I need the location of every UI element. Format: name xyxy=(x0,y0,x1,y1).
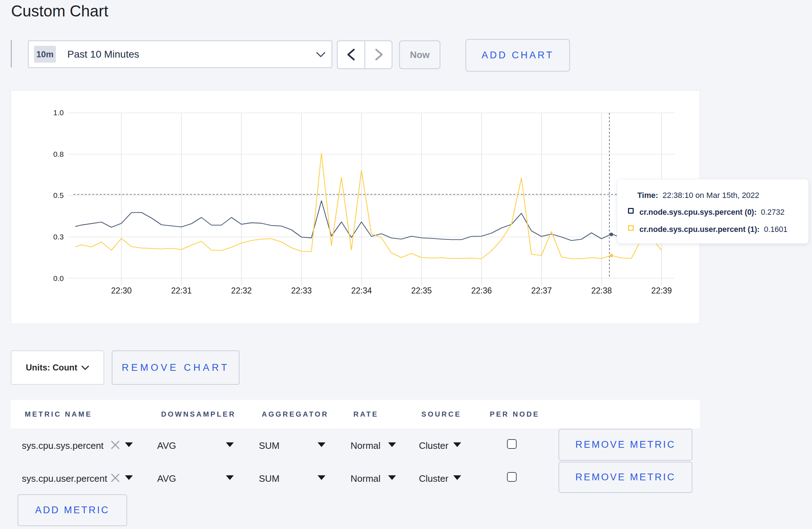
svg-text:22:36: 22:36 xyxy=(471,286,492,295)
svg-text:22:31: 22:31 xyxy=(171,286,192,295)
svg-text:0.5: 0.5 xyxy=(53,191,64,199)
svg-text:22:35: 22:35 xyxy=(411,286,432,295)
svg-text:22:34: 22:34 xyxy=(351,286,372,295)
svg-text:0.8: 0.8 xyxy=(53,150,64,158)
svg-text:22:33: 22:33 xyxy=(291,286,312,295)
svg-text:22:37: 22:37 xyxy=(531,286,552,295)
svg-text:22:30: 22:30 xyxy=(111,286,132,295)
svg-text:0.0: 0.0 xyxy=(53,274,64,282)
svg-text:22:38: 22:38 xyxy=(591,286,612,295)
svg-text:1.0: 1.0 xyxy=(53,108,64,117)
svg-text:22:32: 22:32 xyxy=(231,286,252,295)
svg-text:22:39: 22:39 xyxy=(651,286,672,295)
svg-text:0.3: 0.3 xyxy=(53,233,64,241)
